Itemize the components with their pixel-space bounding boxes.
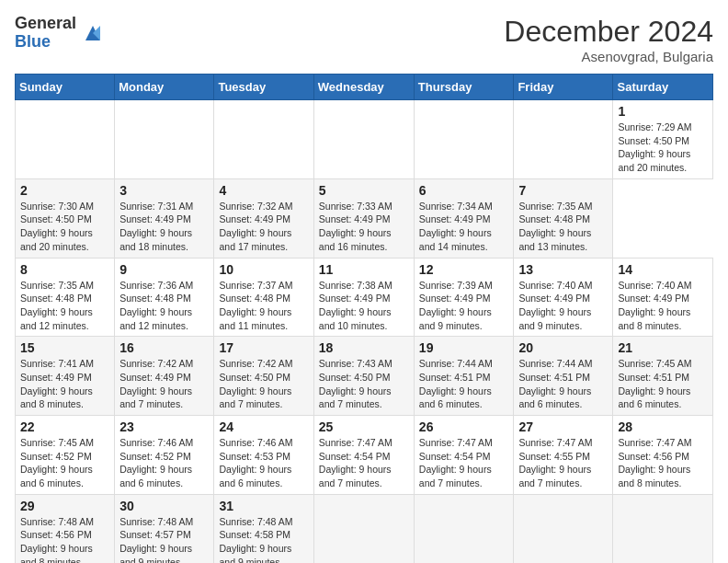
calendar-cell: 2Sunrise: 7:30 AMSunset: 4:50 PMDaylight…	[16, 178, 115, 258]
calendar-cell	[613, 494, 713, 563]
day-info: Sunrise: 7:40 AMSunset: 4:49 PMDaylight:…	[518, 279, 608, 333]
day-number: 23	[119, 419, 209, 434]
day-info: Sunrise: 7:46 AMSunset: 4:53 PMDaylight:…	[219, 436, 308, 490]
day-number: 24	[219, 419, 308, 434]
day-number: 17	[219, 340, 308, 355]
calendar-cell: 26Sunrise: 7:47 AMSunset: 4:54 PMDayligh…	[414, 416, 514, 495]
day-number: 30	[119, 499, 209, 513]
day-info: Sunrise: 7:37 AMSunset: 4:48 PMDaylight:…	[219, 279, 308, 333]
calendar-cell: 17Sunrise: 7:42 AMSunset: 4:50 PMDayligh…	[214, 337, 313, 416]
day-number: 21	[618, 340, 708, 355]
day-number: 5	[319, 183, 409, 198]
day-number: 11	[319, 262, 409, 277]
day-info: Sunrise: 7:40 AMSunset: 4:49 PMDaylight:…	[618, 279, 708, 333]
calendar-cell: 15Sunrise: 7:41 AMSunset: 4:49 PMDayligh…	[16, 337, 115, 416]
day-info: Sunrise: 7:47 AMSunset: 4:56 PMDaylight:…	[618, 436, 708, 490]
calendar-cell: 8Sunrise: 7:35 AMSunset: 4:48 PMDaylight…	[16, 258, 115, 337]
calendar-cell	[313, 494, 414, 563]
day-info: Sunrise: 7:33 AMSunset: 4:49 PMDaylight:…	[319, 200, 409, 254]
day-number: 16	[119, 340, 209, 355]
day-info: Sunrise: 7:44 AMSunset: 4:51 PMDaylight:…	[419, 357, 509, 411]
day-number: 1	[618, 104, 708, 119]
day-info: Sunrise: 7:48 AMSunset: 4:58 PMDaylight:…	[219, 515, 308, 563]
day-info: Sunrise: 7:38 AMSunset: 4:49 PMDaylight:…	[319, 279, 409, 333]
calendar-cell: 30Sunrise: 7:48 AMSunset: 4:57 PMDayligh…	[115, 494, 214, 563]
day-number: 2	[20, 183, 109, 198]
calendar-cell: 18Sunrise: 7:43 AMSunset: 4:50 PMDayligh…	[313, 337, 414, 416]
day-info: Sunrise: 7:36 AMSunset: 4:48 PMDaylight:…	[119, 279, 209, 333]
day-number: 6	[419, 183, 509, 198]
calendar-cell: 22Sunrise: 7:45 AMSunset: 4:52 PMDayligh…	[16, 416, 115, 495]
day-info: Sunrise: 7:47 AMSunset: 4:54 PMDaylight:…	[419, 436, 509, 490]
day-number: 9	[119, 262, 209, 277]
calendar-cell: 6Sunrise: 7:34 AMSunset: 4:49 PMDaylight…	[414, 178, 514, 258]
calendar-col-header: Monday	[115, 75, 214, 100]
calendar-cell: 10Sunrise: 7:37 AMSunset: 4:48 PMDayligh…	[214, 258, 313, 337]
day-number: 14	[618, 262, 708, 277]
day-info: Sunrise: 7:41 AMSunset: 4:49 PMDaylight:…	[20, 357, 109, 411]
day-number: 27	[518, 419, 608, 434]
day-number: 18	[319, 340, 409, 355]
calendar-cell	[414, 100, 514, 179]
calendar-col-header: Tuesday	[214, 75, 313, 100]
calendar-cell: 14Sunrise: 7:40 AMSunset: 4:49 PMDayligh…	[613, 258, 713, 337]
calendar-week-row: 29Sunrise: 7:48 AMSunset: 4:56 PMDayligh…	[16, 494, 713, 563]
calendar-col-header: Sunday	[16, 75, 115, 100]
calendar-cell	[514, 100, 613, 179]
day-info: Sunrise: 7:47 AMSunset: 4:54 PMDaylight:…	[319, 436, 409, 490]
logo-text: General Blue	[15, 15, 76, 52]
day-number: 15	[20, 340, 109, 355]
day-info: Sunrise: 7:45 AMSunset: 4:52 PMDaylight:…	[20, 436, 109, 490]
day-info: Sunrise: 7:46 AMSunset: 4:52 PMDaylight:…	[119, 436, 209, 490]
day-number: 20	[518, 340, 608, 355]
logo-general: General	[15, 15, 76, 33]
day-info: Sunrise: 7:35 AMSunset: 4:48 PMDaylight:…	[20, 279, 109, 333]
calendar-cell	[313, 100, 414, 179]
day-info: Sunrise: 7:35 AMSunset: 4:48 PMDaylight:…	[518, 200, 608, 254]
calendar-cell	[115, 100, 214, 179]
calendar-cell: 23Sunrise: 7:46 AMSunset: 4:52 PMDayligh…	[115, 416, 214, 495]
calendar-cell: 27Sunrise: 7:47 AMSunset: 4:55 PMDayligh…	[514, 416, 613, 495]
day-number: 26	[419, 419, 509, 434]
title-block: December 2024 Asenovgrad, Bulgaria	[504, 15, 713, 64]
calendar-cell: 5Sunrise: 7:33 AMSunset: 4:49 PMDaylight…	[313, 178, 414, 258]
day-number: 8	[20, 262, 109, 277]
day-info: Sunrise: 7:42 AMSunset: 4:50 PMDaylight:…	[219, 357, 308, 411]
day-info: Sunrise: 7:44 AMSunset: 4:51 PMDaylight:…	[518, 357, 608, 411]
calendar-table: SundayMondayTuesdayWednesdayThursdayFrid…	[15, 74, 713, 563]
calendar-cell: 16Sunrise: 7:42 AMSunset: 4:49 PMDayligh…	[115, 337, 214, 416]
day-info: Sunrise: 7:47 AMSunset: 4:55 PMDaylight:…	[518, 436, 608, 490]
calendar-col-header: Friday	[514, 75, 613, 100]
calendar-col-header: Saturday	[613, 75, 713, 100]
calendar-cell	[514, 494, 613, 563]
logo-icon	[80, 20, 106, 46]
day-info: Sunrise: 7:48 AMSunset: 4:57 PMDaylight:…	[119, 515, 209, 563]
location: Asenovgrad, Bulgaria	[504, 49, 713, 64]
day-number: 31	[219, 499, 308, 513]
day-number: 4	[219, 183, 308, 198]
day-info: Sunrise: 7:43 AMSunset: 4:50 PMDaylight:…	[319, 357, 409, 411]
calendar-week-row: 2Sunrise: 7:30 AMSunset: 4:50 PMDaylight…	[16, 178, 713, 258]
calendar-week-row: 15Sunrise: 7:41 AMSunset: 4:49 PMDayligh…	[16, 337, 713, 416]
calendar-cell: 21Sunrise: 7:45 AMSunset: 4:51 PMDayligh…	[613, 337, 713, 416]
calendar-col-header: Wednesday	[313, 75, 414, 100]
page-header: General Blue December 2024 Asenovgrad, B…	[15, 15, 713, 64]
calendar-cell: 3Sunrise: 7:31 AMSunset: 4:49 PMDaylight…	[115, 178, 214, 258]
day-info: Sunrise: 7:39 AMSunset: 4:49 PMDaylight:…	[419, 279, 509, 333]
day-number: 7	[518, 183, 608, 198]
day-number: 29	[20, 499, 109, 513]
calendar-cell: 24Sunrise: 7:46 AMSunset: 4:53 PMDayligh…	[214, 416, 313, 495]
calendar-week-row: 1Sunrise: 7:29 AMSunset: 4:50 PMDaylight…	[16, 100, 713, 179]
calendar-cell: 11Sunrise: 7:38 AMSunset: 4:49 PMDayligh…	[313, 258, 414, 337]
calendar-cell: 29Sunrise: 7:48 AMSunset: 4:56 PMDayligh…	[16, 494, 115, 563]
calendar-cell: 20Sunrise: 7:44 AMSunset: 4:51 PMDayligh…	[514, 337, 613, 416]
month-title: December 2024	[504, 15, 713, 49]
calendar-cell: 25Sunrise: 7:47 AMSunset: 4:54 PMDayligh…	[313, 416, 414, 495]
calendar-cell	[414, 494, 514, 563]
day-number: 25	[319, 419, 409, 434]
calendar-col-header: Thursday	[414, 75, 514, 100]
day-info: Sunrise: 7:42 AMSunset: 4:49 PMDaylight:…	[119, 357, 209, 411]
calendar-cell: 19Sunrise: 7:44 AMSunset: 4:51 PMDayligh…	[414, 337, 514, 416]
logo: General Blue	[15, 15, 106, 52]
day-info: Sunrise: 7:31 AMSunset: 4:49 PMDaylight:…	[119, 200, 209, 254]
